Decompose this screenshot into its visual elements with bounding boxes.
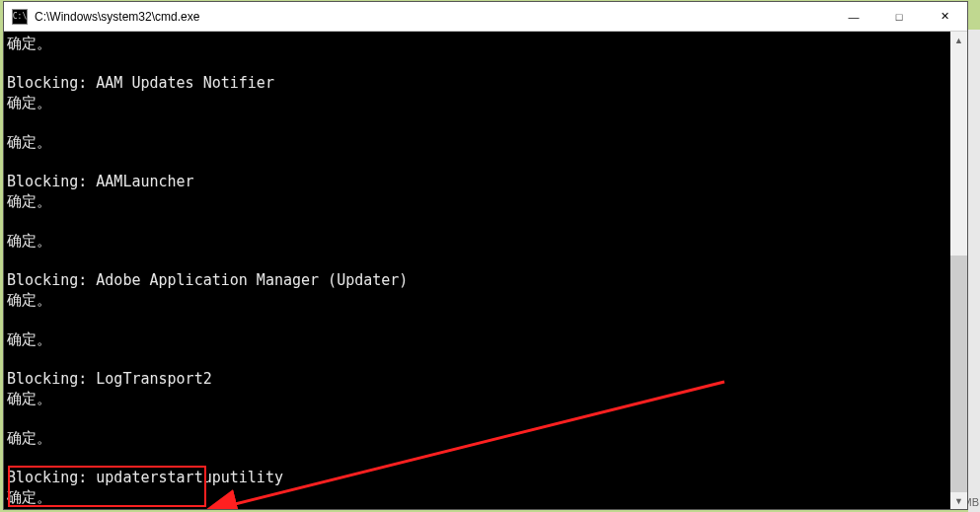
terminal-output[interactable]: 确定。Blocking: AAM Updates Notifier确定。确定。B…	[4, 32, 950, 509]
cmd-window: C:\ C:\Windows\system32\cmd.exe — □ ✕ 确定…	[3, 1, 968, 510]
titlebar[interactable]: C:\ C:\Windows\system32\cmd.exe — □ ✕	[4, 2, 967, 32]
terminal-line: Blocking: Adobe Application Manager (Upd…	[7, 270, 947, 290]
vertical-scrollbar[interactable]: ▲ ▼	[950, 32, 967, 509]
app-icon: C:\	[12, 9, 28, 25]
scroll-up-arrow-icon[interactable]: ▲	[950, 32, 967, 48]
terminal-line	[7, 310, 947, 329]
content-area: 确定。Blocking: AAM Updates Notifier确定。确定。B…	[4, 32, 967, 509]
terminal-line: 确定。	[7, 428, 947, 448]
terminal-line	[7, 112, 947, 132]
close-button[interactable]: ✕	[922, 2, 967, 31]
terminal-line: 确定。	[7, 34, 947, 53]
terminal-line	[7, 507, 947, 509]
terminal-line: 确定。	[7, 329, 947, 349]
background-window-edge	[968, 30, 980, 512]
terminal-line	[7, 251, 947, 270]
terminal-line	[7, 211, 947, 231]
terminal-line: 确定。	[7, 191, 947, 211]
window-title: C:\Windows\system32\cmd.exe	[35, 10, 831, 24]
terminal-line: Blocking: LogTransport2	[7, 369, 947, 389]
terminal-line: 确定。	[7, 290, 947, 310]
scroll-thumb[interactable]	[950, 256, 967, 492]
terminal-line: Blocking: AAMLauncher	[7, 172, 947, 191]
terminal-line: 确定。	[7, 93, 947, 112]
terminal-line	[7, 408, 947, 428]
terminal-line	[7, 53, 947, 73]
terminal-line: 确定。	[7, 487, 947, 507]
terminal-line: 确定。	[7, 389, 947, 408]
maximize-button[interactable]: □	[876, 2, 922, 31]
terminal-line: 确定。	[7, 231, 947, 251]
terminal-line	[7, 152, 947, 172]
terminal-line: Blocking: AAM Updates Notifier	[7, 73, 947, 93]
terminal-line	[7, 448, 947, 468]
terminal-line	[7, 349, 947, 369]
scroll-track[interactable]	[950, 48, 967, 492]
terminal-line: 确定。	[7, 132, 947, 152]
terminal-line: Blocking: updaterstartuputility	[7, 468, 947, 487]
scroll-down-arrow-icon[interactable]: ▼	[950, 492, 967, 509]
minimize-button[interactable]: —	[831, 2, 876, 31]
window-controls: — □ ✕	[831, 2, 967, 31]
